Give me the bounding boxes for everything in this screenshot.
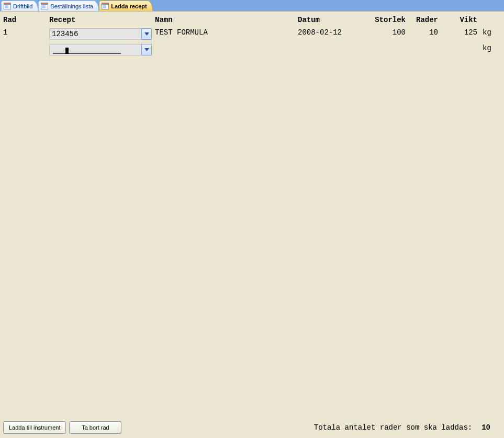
svg-rect-11	[102, 3, 109, 5]
tab-label: Ladda recept	[111, 3, 147, 9]
column-headers: Rad Recept Namn Datum Storlek Rader Vikt	[0, 16, 504, 27]
tab-driftbild[interactable]: Driftbild	[1, 1, 38, 11]
recept-preview-icon	[49, 44, 141, 55]
form-icon	[102, 3, 109, 9]
col-storlek: Storlek	[366, 16, 406, 24]
cell-rad: 1	[3, 28, 45, 37]
col-vikt: Vikt	[451, 16, 477, 24]
cell-vikt: 125	[451, 28, 477, 37]
recept-input[interactable]	[49, 28, 141, 40]
delete-row-button[interactable]: Ta bort rad	[69, 421, 121, 434]
total-rows-label: Totala antalet rader som ska laddas:	[314, 423, 472, 432]
col-rad: Rad	[3, 16, 45, 24]
svg-rect-6	[41, 3, 48, 5]
cell-storlek: 100	[366, 28, 406, 37]
cell-datum: 2008-02-12	[298, 28, 361, 37]
footer-bar: Ladda till instrument Ta bort rad Totala…	[0, 420, 504, 438]
cell-unit: kg	[483, 28, 498, 37]
table-row: kg	[0, 44, 504, 55]
tab-strip: Driftbild Beställnings lista Ladda recep…	[0, 0, 504, 12]
content-area: Rad Recept Namn Datum Storlek Rader Vikt…	[0, 12, 504, 420]
col-namn: Namn	[155, 16, 291, 24]
tab-label: Driftbild	[13, 3, 32, 9]
table-row: 1 TEST FORMULA 2008-02-12 100 10 125 kg	[0, 28, 504, 40]
col-recept: Recept	[49, 16, 152, 24]
svg-rect-16	[65, 48, 69, 54]
recept-combo[interactable]	[49, 28, 152, 40]
cell-namn: TEST FORMULA	[155, 28, 291, 37]
form-icon	[4, 3, 11, 9]
col-rader: Rader	[409, 16, 438, 24]
tab-bestallnings-lista[interactable]: Beställnings lista	[38, 1, 99, 11]
recept-combo[interactable]	[49, 44, 152, 55]
total-rows-value: 10	[481, 423, 490, 432]
tab-label: Beställnings lista	[50, 3, 93, 9]
chevron-down-icon[interactable]	[141, 28, 152, 40]
col-datum: Datum	[298, 16, 361, 24]
svg-rect-1	[4, 3, 11, 5]
form-icon	[41, 3, 48, 9]
chevron-down-icon[interactable]	[141, 44, 152, 55]
tab-ladda-recept[interactable]: Ladda recept	[99, 1, 152, 11]
load-to-instrument-button[interactable]: Ladda till instrument	[3, 421, 66, 434]
cell-unit: kg	[483, 44, 498, 52]
cell-rader: 10	[409, 28, 438, 37]
